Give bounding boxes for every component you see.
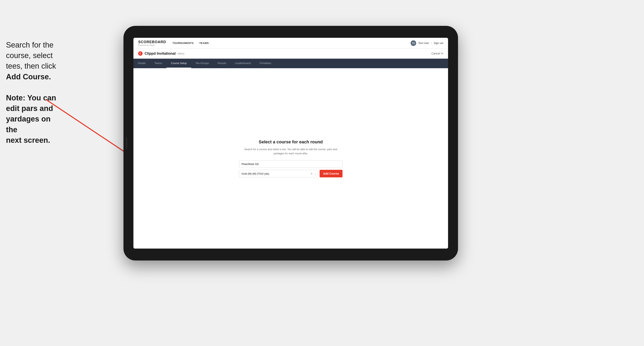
annotation-text: Search for the course, select tees, then… [6, 40, 62, 146]
cancel-label: Cancel [431, 52, 440, 55]
tablet-frame: SCOREBOARD Powered by clippd TOURNAMENTS… [124, 26, 458, 260]
main-content: Select a course for each round Search fo… [134, 68, 448, 249]
annotation-note3: yardages on the [6, 114, 62, 135]
tab-printables[interactable]: Printables [255, 59, 276, 68]
tab-leaderboards[interactable]: Leaderboards [230, 59, 255, 68]
tab-bar: Details Teams Course Setup Tee Groups Re… [134, 59, 448, 68]
cancel-button[interactable]: Cancel ✕ [431, 52, 443, 55]
chevron-down-icon[interactable]: ⌄ [314, 172, 316, 175]
tournament-header: C Clippd Invitational (Men) Cancel ✕ [134, 48, 448, 59]
annotation-note1: Note: You can [6, 93, 62, 103]
add-course-button[interactable]: Add Course [320, 170, 342, 177]
separator: | [431, 41, 432, 44]
tee-select-wrapper: Gold (M) (M) (7010 yds) ✕ ⌄ [239, 170, 318, 177]
tablet-screen: SCOREBOARD Powered by clippd TOURNAMENTS… [134, 38, 448, 249]
nav-links: TOURNAMENTS TEAMS [172, 41, 410, 44]
user-area: TU Test User | Sign out [410, 40, 443, 46]
tournament-title-row: C Clippd Invitational (Men) [138, 51, 184, 56]
user-name: Test User [418, 41, 429, 44]
card-title: Select a course for each round [239, 139, 342, 145]
tournament-name: Clippd Invitational [144, 51, 176, 56]
signout-link[interactable]: Sign out [434, 41, 443, 44]
course-search-input[interactable] [239, 160, 342, 168]
tab-results[interactable]: Results [213, 59, 230, 68]
annotation-note2: edit pars and [6, 103, 62, 114]
clear-icon[interactable]: ✕ [310, 172, 313, 175]
nav-tournaments[interactable]: TOURNAMENTS [172, 41, 194, 44]
course-select-card: Select a course for each round Search fo… [239, 139, 342, 177]
annotation-line4: Add Course. [6, 72, 62, 82]
card-description: Search for a course and select a tee. Yo… [239, 147, 342, 156]
annotation-line1: Search for the [6, 40, 62, 50]
annotation-line3: tees, then click [6, 61, 62, 71]
nav-teams[interactable]: TEAMS [199, 41, 209, 44]
tab-tee-groups[interactable]: Tee Groups [191, 59, 213, 68]
tournament-subtitle: (Men) [178, 52, 184, 55]
tab-details[interactable]: Details [134, 59, 150, 68]
tab-teams[interactable]: Teams [150, 59, 166, 68]
annotation-line2: course, select [6, 50, 62, 61]
user-avatar: TU [410, 40, 416, 46]
tee-select-row: Gold (M) (M) (7010 yds) ✕ ⌄ Add Course [239, 170, 342, 177]
annotation-note4: next screen. [6, 135, 62, 146]
logo-title: SCOREBOARD [138, 40, 166, 44]
tee-select-display[interactable]: Gold (M) (M) (7010 yds) [239, 170, 318, 177]
tab-course-setup[interactable]: Course Setup [166, 59, 191, 68]
cancel-icon: ✕ [441, 52, 443, 55]
logo: SCOREBOARD Powered by clippd [138, 40, 166, 46]
tournament-icon: C [138, 51, 142, 56]
tee-controls: ✕ ⌄ [310, 172, 316, 175]
top-navbar: SCOREBOARD Powered by clippd TOURNAMENTS… [134, 38, 448, 48]
logo-subtitle: Powered by clippd [138, 44, 166, 46]
